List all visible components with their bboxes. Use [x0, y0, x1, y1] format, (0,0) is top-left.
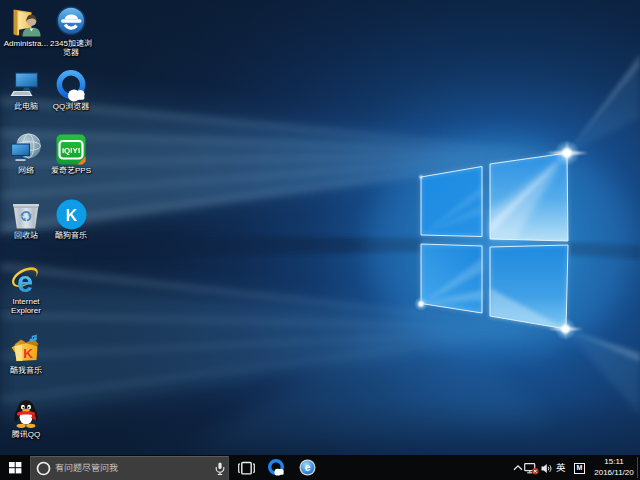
desktop-icon-label: 爱奇艺PPS: [39, 166, 103, 176]
windows-desktop: Administra... 2345加速浏 览器: [0, 0, 640, 480]
task-view-icon: [238, 461, 255, 476]
taskbar-browser-2345-button[interactable]: e: [294, 455, 322, 480]
icon-art: K: [54, 199, 88, 233]
desktop-icon-kuwo-music[interactable]: K: [0, 333, 56, 367]
qq-browser-icon: [54, 70, 88, 104]
icon-art: [9, 199, 43, 233]
icon-art: e: [9, 264, 43, 298]
icon-art: [54, 5, 88, 39]
desktop-icon-kugou-music[interactable]: K: [41, 199, 101, 233]
desktop-icon-qq-browser[interactable]: [41, 70, 101, 104]
start-button[interactable]: [0, 455, 30, 480]
desktop-icon-internet-explorer[interactable]: e: [0, 264, 56, 298]
desktop-icon-label: 酷狗音乐: [39, 231, 103, 241]
cortana-icon: [36, 461, 51, 476]
browser-2345-taskbar-icon: e: [299, 459, 316, 476]
network-disconnected-icon[interactable]: [524, 463, 539, 475]
qq-browser-taskbar-icon: [267, 459, 285, 477]
search-placeholder: 有问题尽管问我: [55, 457, 118, 479]
svg-text:K: K: [23, 346, 33, 361]
browser-2345-icon: [54, 5, 88, 39]
taskbar-search-box[interactable]: 有问题尽管问我: [30, 456, 229, 480]
clock-time: 15:11: [588, 458, 640, 466]
desktop-icon-label-line: Explorer: [0, 306, 58, 316]
desktop-icon-label: QQ浏览器: [39, 102, 103, 112]
tray-overflow-chevron-icon[interactable]: [513, 464, 523, 472]
desktop-icon-label-line: 览器: [39, 48, 103, 58]
icon-art: [9, 133, 43, 167]
internet-explorer-icon: e: [9, 264, 43, 298]
kugou-music-icon: K: [54, 199, 88, 233]
icon-art: [9, 397, 43, 431]
clock-date: 2016/11/20: [588, 469, 640, 477]
show-desktop-button[interactable]: [637, 457, 640, 478]
kuwo-music-icon: K: [9, 333, 43, 367]
user-folder-icon: [9, 5, 43, 39]
desktop-icon-tencent-qq[interactable]: [0, 397, 56, 431]
desktop-icon-label-line: Internet: [0, 297, 58, 307]
desktop-icon-label: 2345加速浏 览器: [39, 39, 103, 58]
desktop-icon-label: 腾讯QQ: [0, 430, 58, 440]
icon-art: K: [9, 333, 43, 367]
this-pc-icon: [9, 70, 43, 104]
svg-text:e: e: [305, 462, 311, 473]
desktop-icon-label: Internet Explorer: [0, 297, 58, 316]
volume-icon[interactable]: [541, 463, 553, 474]
icon-art: [54, 70, 88, 104]
windows-logo-icon: [9, 462, 22, 474]
icon-art: [9, 5, 43, 39]
iqiyi-pps-icon: iQIYI: [54, 133, 88, 167]
ime-language-indicator[interactable]: 英: [556, 462, 566, 473]
desktop-icon-browser-2345[interactable]: [41, 5, 101, 39]
desktop-icon-label: 酷我音乐: [0, 366, 58, 376]
svg-text:e: e: [17, 266, 33, 298]
microphone-icon[interactable]: [215, 462, 225, 476]
taskbar: 有问题尽管问我: [0, 455, 640, 480]
svg-text:iQIYI: iQIYI: [62, 146, 80, 155]
task-view-button[interactable]: [234, 455, 258, 480]
ime-mode-badge[interactable]: M: [574, 463, 585, 474]
taskbar-qq-browser-button[interactable]: [262, 455, 290, 480]
network-icon: [9, 133, 43, 167]
desktop-icon-iqiyi-pps[interactable]: iQIYI: [41, 133, 101, 167]
svg-text:K: K: [66, 207, 78, 224]
recycle-bin-icon: [9, 199, 43, 233]
taskbar-clock[interactable]: 15:11 2016/11/20: [588, 455, 640, 480]
desktop-icon-label-line: 2345加速浏: [39, 39, 103, 49]
icon-art: [9, 70, 43, 104]
icon-art: iQIYI: [54, 133, 88, 167]
tencent-qq-icon: [9, 397, 43, 431]
